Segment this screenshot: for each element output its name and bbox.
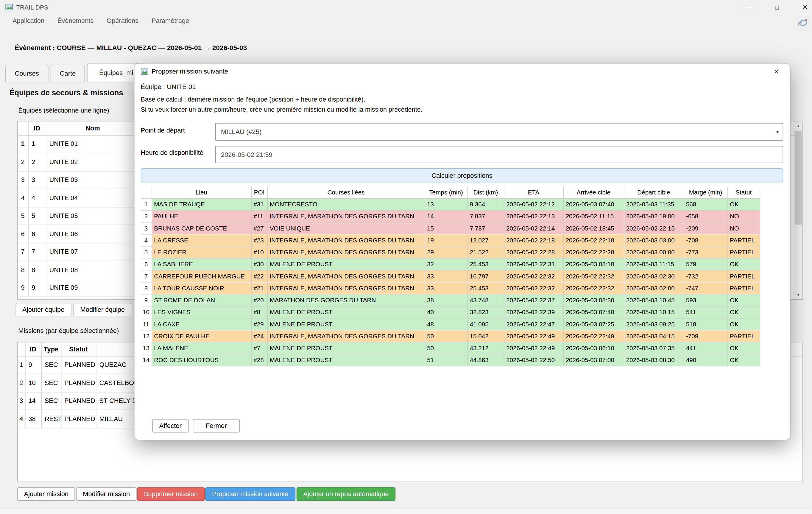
cell-lieu: CROIX DE PAULHE (151, 330, 251, 342)
filler (760, 330, 783, 342)
supprimer-mission-button[interactable]: Supprimer mission (137, 487, 205, 501)
column-header-id[interactable]: ID (28, 121, 46, 135)
ajouter-repos-automatique-button[interactable]: Ajouter un repos automatique (296, 487, 396, 501)
row-number: 3 (18, 392, 25, 410)
cell-poi: #11 (251, 210, 267, 222)
point-depart-combobox[interactable]: MILLAU (#25) ▼ (215, 123, 783, 141)
column-header-eta[interactable]: ETA (504, 187, 563, 198)
cell: SEC (41, 356, 61, 374)
proposal-row[interactable]: 6LA SABLIERE#30MALENE DE PROUST3225.4532… (141, 258, 783, 270)
cell-eta: 2026-05-02 22:37 (504, 294, 563, 306)
cell-courses: INTEGRALE, MARATHON DES GORGES DU TARN (267, 234, 425, 246)
cell: 10 (25, 374, 41, 392)
cell-arrivee: 2026-05-02 22:32 (563, 270, 624, 282)
teams-scrollbar[interactable]: ▲ ▼ (793, 121, 803, 299)
proposal-row[interactable]: 12CROIX DE PAULHE#24INTEGRALE, MARATHON … (141, 330, 783, 342)
tab-courses[interactable]: Courses (5, 65, 49, 83)
row-number: 14 (141, 354, 152, 366)
cell: PLANNED (61, 374, 96, 392)
fermer-button[interactable]: Fermer (193, 419, 240, 433)
cell-dist: 43.748 (467, 294, 504, 306)
column-header-id[interactable]: ID (25, 342, 41, 356)
row-number: 9 (141, 294, 152, 306)
scrollbar-thumb[interactable] (795, 131, 802, 225)
column-header-dist[interactable]: Dist (km) (467, 187, 504, 198)
cell-dist: 44.863 (467, 354, 504, 366)
menu-parametrage[interactable]: Paramétrage (146, 14, 195, 28)
proposal-row[interactable]: 9ST ROME DE DOLAN#20MARATHON DES GORGES … (141, 294, 783, 306)
cell-arrivee: 2026-05-02 18:45 (563, 222, 624, 234)
calculer-propositions-button[interactable]: Calculer propositions (141, 168, 783, 182)
cell-depart: 2026-05-03 09:25 (624, 318, 684, 330)
column-header-statut[interactable]: Statut (61, 342, 96, 356)
cell: UNITE 06 (46, 225, 140, 243)
proposal-row[interactable]: 4LA CRESSE#23INTEGRALE, MARATHON DES GOR… (141, 234, 783, 246)
proposal-row[interactable]: 8LA TOUR CAUSSE NOIR#21INTEGRALE, MARATH… (141, 282, 783, 294)
modifier-equipe-button[interactable]: Modifier équipe (74, 303, 132, 317)
cell-arrivee: 2026-05-03 07:25 (563, 318, 624, 330)
cell: 9 (25, 356, 41, 374)
cell: UNITE 02 (46, 153, 140, 171)
column-header-courses[interactable]: Courses liées (267, 187, 425, 198)
cell-dist: 9.364 (467, 198, 504, 210)
ajouter-mission-button[interactable]: Ajouter mission (17, 487, 75, 501)
chevron-down-icon: ▼ (775, 123, 780, 140)
heure-disponibilite-input[interactable] (215, 146, 783, 163)
cell: REST (41, 410, 61, 428)
menu-operations[interactable]: Opérations (101, 14, 144, 28)
proposal-row[interactable]: 13LA MALENE#7MALENE DE PROUST5043.212202… (141, 342, 783, 354)
dialog-close-button[interactable]: × (768, 65, 785, 79)
close-button[interactable]: × (791, 0, 812, 14)
ajouter-equipe-button[interactable]: Ajouter équipe (16, 303, 71, 317)
column-header-statut[interactable]: Statut (727, 187, 760, 198)
tab-carte[interactable]: Carte (51, 65, 85, 83)
cell: UNITE 08 (46, 261, 140, 279)
cell-courses: VOIE UNIQUE (267, 222, 425, 234)
column-header-poi[interactable]: POI (251, 187, 267, 198)
proposal-row[interactable]: 5LE ROZIER#10INTEGRALE, MARATHON DES GOR… (141, 246, 783, 258)
cell: 4 (28, 189, 46, 207)
minimize-button[interactable]: — (735, 0, 763, 14)
cell: 5 (28, 207, 46, 225)
menu-evenements[interactable]: Évènements (52, 14, 99, 28)
cell-poi: #30 (251, 258, 267, 270)
event-summary: Évènement : COURSE — MILLAU - QUEZAC — 2… (14, 44, 247, 52)
cell-dist: 21.522 (467, 246, 504, 258)
row-number: 2 (18, 374, 25, 392)
maximize-button[interactable]: □ (763, 0, 791, 14)
proposal-row[interactable]: 1MAS DE TRAUQE#31MONTECRESTO139.3642026-… (141, 198, 783, 210)
proposal-row[interactable]: 2PAULHE#11INTEGRALE, MARATHON DES GORGES… (141, 210, 783, 222)
column-header-temps[interactable]: Temps (min) (425, 187, 467, 198)
cell-statut: NO (727, 222, 760, 234)
column-header-depart[interactable]: Départ cible (624, 187, 684, 198)
proposal-row[interactable]: 11LA CAXE#29MALENE DE PROUST4841.0952026… (141, 318, 783, 330)
filler (760, 222, 783, 234)
row-number: 2 (18, 153, 28, 171)
cell: 2 (28, 153, 46, 171)
column-header-lieu[interactable]: Lieu (151, 187, 251, 198)
cell-courses: INTEGRALE, MARATHON DES GORGES DU TARN (267, 270, 425, 282)
column-header-nom[interactable]: Nom (46, 121, 140, 135)
proposal-row[interactable]: 3BRUNAS CAP DE COSTE#27VOIE UNIQUE157.78… (141, 222, 783, 234)
affecter-button[interactable]: Affecter (152, 419, 189, 433)
cell-poi: #28 (251, 354, 267, 366)
proposal-row[interactable]: 7CARREFOUR PUECH MARGUE#22INTEGRALE, MAR… (141, 270, 783, 282)
column-header-type[interactable]: Type (41, 342, 61, 356)
menu-application[interactable]: Application (7, 14, 50, 28)
status-bar (0, 509, 812, 514)
scroll-down-icon[interactable]: ▼ (794, 290, 803, 299)
cell-courses: MALENE DE PROUST (267, 318, 425, 330)
cell-lieu: LE ROZIER (151, 246, 251, 258)
cell-statut: OK (727, 294, 760, 306)
proposal-row[interactable]: 10LES VIGNES#8MALENE DE PROUST4032.82320… (141, 306, 783, 318)
cell-poi: #8 (251, 306, 267, 318)
proposal-row[interactable]: 14ROC DES HOURTOUS#28MALENE DE PROUST514… (141, 354, 783, 366)
row-number: 8 (18, 261, 28, 279)
modifier-mission-button[interactable]: Modifier mission (76, 487, 137, 501)
column-header-arrivee[interactable]: Arrivée cible (563, 187, 624, 198)
scroll-up-icon[interactable]: ▲ (794, 121, 803, 131)
proposer-mission-suivante-button[interactable]: Proposer mission suivante (205, 487, 295, 501)
cell-statut: OK (727, 258, 760, 270)
cell: 38 (25, 410, 41, 428)
column-header-marge[interactable]: Marge (min) (684, 187, 727, 198)
